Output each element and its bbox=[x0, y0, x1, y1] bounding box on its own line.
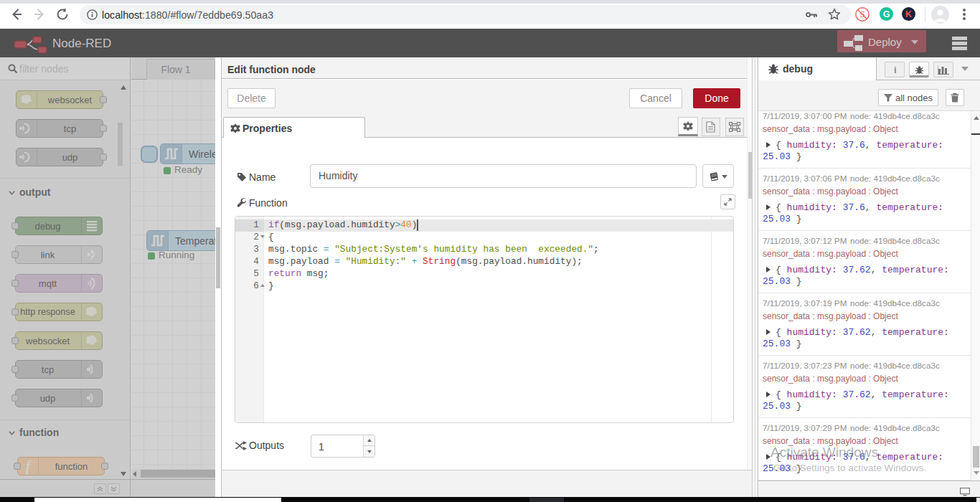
svg-text:K: K bbox=[905, 9, 912, 19]
svg-text:G: G bbox=[883, 9, 890, 19]
